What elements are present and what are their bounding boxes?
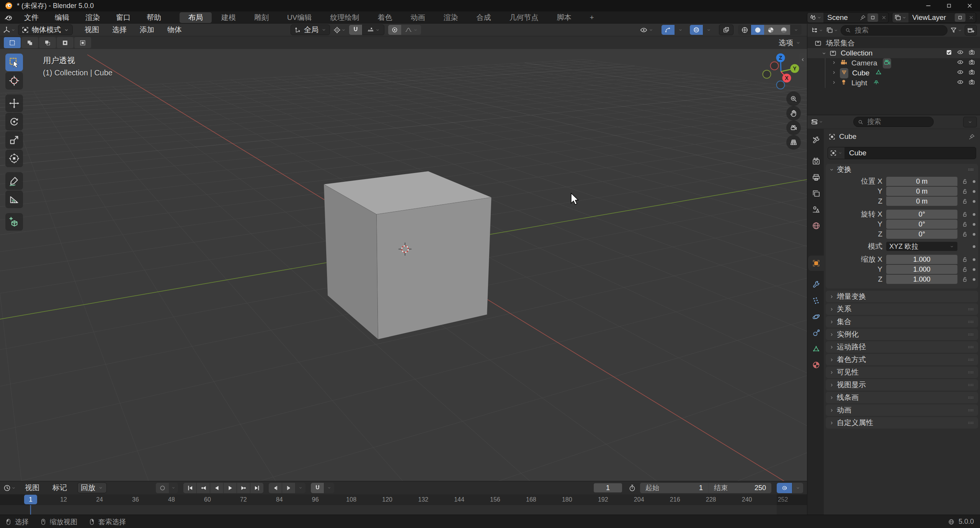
frame-forward-button[interactable] (282, 483, 295, 493)
delta-transform-panel[interactable]: 增量变换 (826, 291, 978, 302)
animate-dot[interactable] (973, 278, 975, 281)
scene-name[interactable]: Scene (823, 13, 859, 22)
timeline-snap-options-button[interactable] (324, 483, 334, 493)
properties-tab-collection[interactable] (808, 240, 824, 255)
playhead-line[interactable] (30, 505, 31, 515)
tool-add-cube[interactable] (5, 213, 23, 231)
menu-0[interactable]: 文件 (16, 11, 47, 24)
delete-view-layer-icon[interactable] (967, 15, 976, 21)
object-id-icon[interactable] (828, 147, 844, 159)
hide-object-toggle[interactable] (957, 68, 964, 78)
render-object-toggle[interactable] (968, 78, 975, 88)
mode-selector[interactable]: 物体模式 (18, 24, 73, 35)
play-rev-button[interactable] (210, 483, 223, 493)
transform-value-field[interactable]: 1.000 (886, 265, 957, 274)
keying-chevron-button[interactable] (792, 483, 803, 493)
timeline-snap-button[interactable] (311, 483, 324, 493)
animate-dot[interactable] (973, 258, 975, 261)
properties-editor-type-button[interactable] (810, 117, 823, 127)
outliner-row-camera[interactable]: Camera (807, 58, 980, 68)
workspace-tab-7[interactable]: 渲染 (434, 12, 467, 23)
shading-solid-button[interactable] (751, 25, 764, 35)
menu-4[interactable]: 帮助 (139, 11, 169, 24)
render-object-toggle[interactable] (968, 68, 975, 78)
chevron-down-icon[interactable] (821, 51, 827, 56)
select-mode-sel-subtract[interactable] (39, 37, 56, 48)
workspace-tab-10[interactable]: 脚本 (548, 12, 580, 23)
keying-set-button[interactable] (777, 483, 792, 493)
shading-rendered-button[interactable] (777, 25, 790, 35)
properties-tab-physics[interactable] (808, 309, 824, 324)
pin-icon[interactable] (859, 14, 866, 21)
lock-icon[interactable] (961, 230, 969, 238)
tool-transform[interactable] (5, 150, 23, 167)
outliner-row-light[interactable]: Light (807, 78, 980, 88)
tool-move[interactable] (5, 95, 23, 112)
select-mode-sel-extend[interactable] (21, 37, 38, 48)
shading-options-button[interactable] (790, 25, 802, 35)
show-gizmo-button[interactable] (662, 25, 675, 35)
timeline-track[interactable] (0, 505, 807, 515)
animate-dot[interactable] (973, 213, 975, 216)
transform-panel-header[interactable]: 变换 (826, 164, 978, 175)
jump-last-button[interactable] (250, 483, 263, 493)
properties-options-button[interactable] (963, 117, 977, 127)
tool-cursor-3d[interactable] (5, 72, 23, 90)
animate-dot[interactable] (973, 190, 975, 193)
properties-tab-particles[interactable] (808, 293, 824, 308)
pivot-point-button[interactable] (333, 25, 346, 35)
workspace-tab-3[interactable]: UV编辑 (278, 12, 320, 23)
outliner-search-input[interactable] (854, 26, 943, 35)
tool-rotate[interactable] (5, 113, 23, 130)
outliner-display-mode-button[interactable] (826, 25, 838, 35)
stopwatch-icon[interactable] (628, 484, 636, 492)
workspace-tab-1[interactable]: 建模 (212, 12, 245, 23)
viewport-canvas[interactable]: 用户透视 (1) Collection | Cube ZYX (0, 49, 807, 481)
autokey-options-button[interactable] (169, 483, 178, 493)
menu-2[interactable]: 渲染 (77, 11, 108, 24)
select-mode-sel-intersect[interactable] (74, 37, 91, 48)
outliner-row-collection[interactable]: Collection (807, 48, 980, 58)
view-layer-icon[interactable] (892, 13, 908, 23)
proportional-editing-button[interactable] (388, 25, 401, 35)
chevron-right-icon[interactable] (831, 70, 837, 75)
properties-tab-render[interactable] (808, 154, 824, 169)
properties-tab-material[interactable] (808, 357, 824, 373)
outliner-row-scene-collection[interactable]: 场景集合 (807, 38, 980, 48)
outliner-filter-button[interactable] (950, 25, 962, 35)
viewport-menu-2[interactable]: 添加 (133, 25, 161, 35)
frame-end-field[interactable]: 结束 250 (709, 483, 771, 493)
properties-tab-output[interactable] (808, 170, 824, 185)
sidebar-toggle[interactable] (799, 53, 807, 67)
hide-collection-toggle[interactable] (957, 49, 964, 58)
view-layer-selector[interactable]: ViewLayer (892, 12, 976, 23)
animate-dot[interactable] (973, 233, 975, 236)
snap-target-button[interactable] (362, 24, 384, 35)
outliner-editor-type-button[interactable] (810, 25, 823, 35)
transform-value-field[interactable]: 0 m (886, 197, 957, 206)
nav-pan-hand-button[interactable] (786, 106, 801, 121)
lock-icon[interactable] (961, 256, 969, 263)
properties-tab-modifiers[interactable] (808, 277, 824, 292)
copy-view-layer-icon[interactable] (955, 13, 965, 22)
chevron-right-icon[interactable] (831, 60, 837, 65)
options-dropdown[interactable]: 选项 (779, 38, 801, 48)
xray-toggle-button[interactable] (719, 24, 733, 35)
object-name-field[interactable]: Cube (828, 147, 976, 159)
properties-tab-object-data[interactable] (808, 341, 824, 357)
properties-tab-tool[interactable] (808, 132, 824, 148)
workspace-tab-2[interactable]: 雕刻 (245, 12, 278, 23)
tool-annotate[interactable] (5, 172, 23, 190)
scene-icon[interactable] (807, 13, 823, 23)
panel-5[interactable]: 可见性 (826, 367, 978, 378)
animate-dot[interactable] (973, 245, 975, 248)
transform-value-field[interactable]: 0° (886, 210, 957, 219)
animate-dot[interactable] (973, 180, 975, 183)
gizmo-options-button[interactable] (675, 25, 686, 35)
new-collection-button[interactable] (965, 25, 977, 36)
delete-scene-icon[interactable] (879, 15, 889, 21)
workspace-tab-4[interactable]: 纹理绘制 (321, 12, 368, 23)
frame-jump-options-button[interactable] (296, 483, 305, 493)
workspace-tab-5[interactable]: 着色 (369, 12, 401, 23)
lock-icon[interactable] (961, 210, 969, 218)
